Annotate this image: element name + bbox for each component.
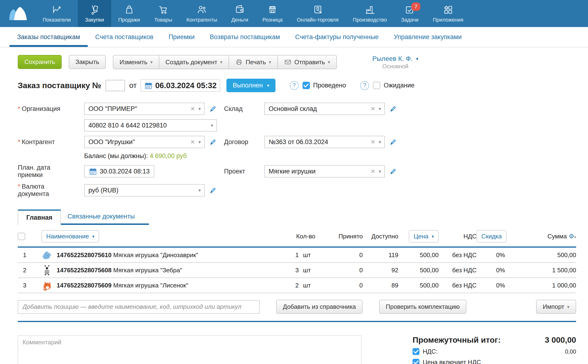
add-position-input[interactable] — [18, 300, 260, 314]
status-button[interactable]: Выполнен ▾ — [226, 79, 275, 92]
nav-item-apps[interactable]: Приложения — [425, 0, 470, 27]
document-datetime-field[interactable]: 06.03.2024 05:32 — [141, 79, 221, 92]
product-name: Мягкая игрушка "Динозаврик" — [113, 251, 198, 259]
chevron-down-icon: ▾ — [416, 56, 418, 61]
price-includes-vat-checkbox[interactable] — [412, 359, 419, 364]
add-from-catalog-button[interactable]: Добавить из справочника — [276, 300, 363, 314]
table-row[interactable]: 3 1476522528075609 Мягкая игрушка "Лисен… — [18, 278, 576, 293]
column-settings-gear-icon[interactable]: ⚙▾ — [569, 233, 576, 240]
nav-label: Приложения — [433, 17, 463, 23]
waiting-checkbox[interactable] — [373, 82, 380, 89]
project-select[interactable]: Мягкие игрушки × ▾ — [264, 165, 385, 177]
contract-select[interactable]: №363 от 06.03.2024 × ▾ — [264, 136, 385, 148]
save-button[interactable]: Сохранить — [18, 55, 62, 69]
tab-purchase-management[interactable]: Управление закупками — [386, 27, 469, 47]
qty-value: 3 — [277, 266, 299, 274]
nav-label: Розница — [262, 17, 283, 23]
tab-linked-documents[interactable]: Связанные документы — [61, 209, 149, 225]
edit-pencil-icon[interactable] — [389, 167, 397, 175]
bank-account-select[interactable]: 40802 810 4 6442 0129810 ▾ — [84, 119, 217, 131]
edit-pencil-icon[interactable] — [209, 186, 217, 194]
chevron-down-icon: ▾ — [432, 234, 434, 239]
sort-by-name-button[interactable]: Наименование ▾ — [41, 230, 99, 243]
help-icon[interactable]: ? — [360, 81, 369, 90]
nav-item-money[interactable]: Деньги — [224, 0, 255, 27]
project-label: Проект — [224, 168, 257, 175]
organization-select[interactable]: ООО "ПРИМЕР" × ▾ — [84, 103, 205, 115]
sum-value: 500,00 — [505, 251, 576, 259]
chevron-down-icon: ▾ — [379, 169, 381, 174]
vat-column-header: НДС — [439, 233, 477, 240]
nav-item-counterparties[interactable]: Контрагенты — [179, 0, 224, 27]
conducted-checkbox[interactable] — [302, 82, 310, 89]
nav-item-online-trade[interactable]: Онлайн-торговля — [290, 0, 346, 27]
nav-item-sales[interactable]: Продажи — [111, 0, 147, 27]
currency-select[interactable]: руб (RUB) ▾ — [84, 184, 205, 196]
tab-received-vat-invoices[interactable]: Счета-фактуры полученные — [287, 27, 386, 47]
comment-textarea[interactable] — [18, 335, 362, 364]
help-icon[interactable]: ? — [290, 81, 299, 90]
vat-value: без НДС — [439, 266, 477, 274]
view-tabs: Главная Связанные документы — [18, 209, 198, 225]
tab-main[interactable]: Главная — [18, 209, 61, 225]
nav-item-goods[interactable]: Товары — [147, 0, 179, 27]
edit-pencil-icon[interactable] — [209, 138, 217, 146]
moysklad-logo-icon — [7, 5, 29, 23]
edit-pencil-icon[interactable] — [389, 138, 397, 146]
order-number-input[interactable] — [105, 80, 125, 91]
tab-supplier-invoices[interactable]: Счета поставщиков — [88, 27, 161, 47]
nav-item-tasks[interactable]: 7 Задачи — [394, 0, 426, 27]
totals-summary: Промежуточный итог: 3 000,00 НДС: 0,00 Ц… — [412, 335, 576, 364]
nav-label: Товары — [154, 17, 172, 23]
organization-label: *Организация — [18, 105, 77, 113]
edit-button[interactable]: Изменить ▾ — [113, 55, 159, 69]
available-column-header: Доступно — [363, 233, 398, 240]
tab-supplier-orders[interactable]: Заказы поставщикам — [9, 27, 88, 47]
print-button[interactable]: Печать ▾ — [229, 55, 278, 69]
document-toolbar: Сохранить Закрыть Изменить ▾ Создать док… — [18, 55, 576, 70]
app-logo[interactable] — [0, 0, 36, 27]
unit-value: шт — [299, 266, 315, 274]
chevron-down-icon: ▾ — [150, 60, 153, 65]
vat-checkbox[interactable] — [412, 348, 419, 355]
sort-by-price-button[interactable]: Цена ▾ — [409, 230, 439, 243]
clear-icon[interactable]: × — [371, 139, 375, 145]
nav-item-production[interactable]: Производство — [346, 0, 394, 27]
nav-item-indicators[interactable]: Показатели — [36, 0, 78, 27]
edit-pencil-icon[interactable] — [209, 105, 217, 113]
product-name-cell: 1476522528075609 Мягкая игрушка "Лисенок… — [57, 282, 277, 289]
table-row[interactable]: 2 1476522528075608 Мягкая игрушка "Зебра… — [18, 263, 576, 278]
required-icon: * — [18, 105, 20, 112]
create-document-button[interactable]: Создать документ ▾ — [159, 55, 229, 69]
send-button[interactable]: Отправить ▾ — [277, 55, 337, 69]
clear-icon[interactable]: × — [371, 168, 375, 175]
table-row[interactable]: 1 1476522528075610 Мягкая игрушка "Диноз… — [18, 248, 576, 263]
tab-supplier-returns[interactable]: Возвраты поставщикам — [202, 27, 287, 47]
edit-pencil-icon[interactable] — [389, 105, 397, 113]
clear-icon[interactable]: × — [191, 139, 195, 145]
clear-icon[interactable]: × — [191, 105, 195, 112]
tab-receivings[interactable]: Приемки — [161, 27, 202, 47]
check-kit-button[interactable]: Проверить комплектацию — [379, 300, 466, 314]
import-button[interactable]: Импорт ▾ — [536, 300, 576, 314]
counterparty-select[interactable]: ООО "Игрушки" × ▾ — [84, 136, 205, 148]
balance-info: Баланс (мы должны): 4 690,00 руб — [84, 152, 217, 160]
warehouse-select[interactable]: Основной склад × ▾ — [264, 103, 385, 115]
add-position-row: Добавить из справочника Проверить компле… — [18, 300, 576, 314]
nav-item-purchases[interactable]: Закупки — [78, 0, 111, 27]
nav-item-retail[interactable]: Розница — [255, 0, 290, 27]
select-all-checkbox[interactable] — [18, 233, 25, 240]
clear-icon[interactable]: × — [371, 105, 375, 112]
user-menu[interactable]: Рылеев К. Ф. ▾ Основной — [372, 55, 418, 70]
accepted-value: 0 — [315, 266, 363, 274]
plan-date-field[interactable]: 30.03.2024 08:13 — [84, 165, 154, 177]
qty-value: 1 — [277, 251, 299, 259]
chart-line-icon — [51, 4, 62, 15]
nav-label: Контрагенты — [186, 17, 217, 23]
document-header: Заказ поставщику № от 06.03.2024 05:32 В… — [18, 79, 576, 92]
counterparty-label: *Контрагент — [18, 138, 77, 146]
discount-column-button[interactable]: Скидка — [477, 230, 506, 243]
tasks-check-icon: 7 — [404, 4, 415, 15]
bottom-section: Промежуточный итог: 3 000,00 НДС: 0,00 Ц… — [18, 335, 576, 364]
close-button[interactable]: Закрыть — [69, 55, 106, 69]
